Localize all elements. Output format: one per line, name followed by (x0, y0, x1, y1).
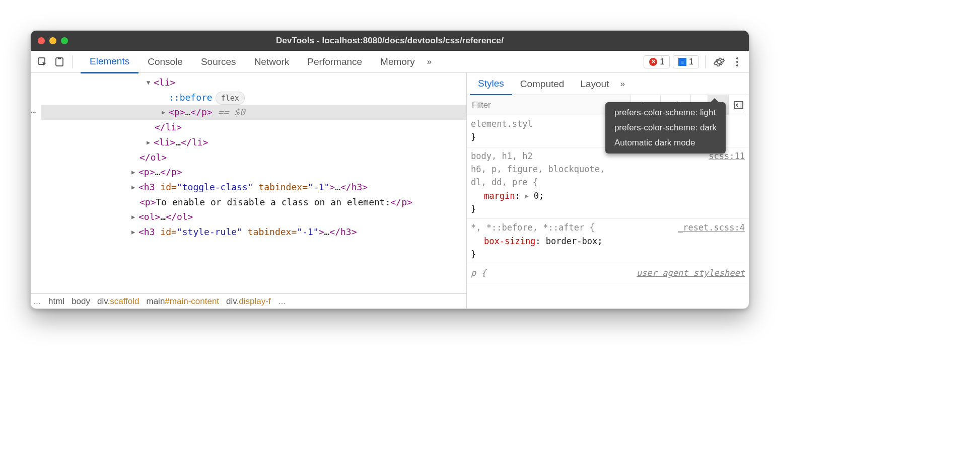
message-badge[interactable]: ≡ 1 (673, 55, 699, 68)
rule-source-link[interactable]: _reset.scss:4 (678, 221, 745, 234)
svg-rect-1 (56, 58, 63, 66)
error-icon: ✕ (649, 58, 657, 66)
error-count: 1 (660, 57, 664, 66)
devtools-window: DevTools - localhost:8080/docs/devtools/… (30, 30, 749, 309)
breadcrumb[interactable]: … html body div.scaffold main#main-conte… (31, 293, 466, 309)
kebab-menu-icon[interactable] (730, 54, 745, 69)
tab-elements[interactable]: Elements (81, 51, 138, 73)
main-toolbar: Elements Console Sources Network Perform… (31, 51, 749, 73)
breadcrumb-overflow-right[interactable]: … (278, 296, 287, 306)
dom-line[interactable]: <p>To enable or disable a class on an el… (31, 195, 466, 210)
message-count: 1 (689, 57, 693, 66)
dom-line[interactable]: </ol> (31, 150, 466, 165)
dom-line-selected[interactable]: <p>…</p> == $0 (41, 105, 466, 120)
subtab-computed[interactable]: Computed (512, 73, 573, 95)
dom-line[interactable]: </li> (31, 120, 466, 135)
rule-source-label: user agent stylesheet (637, 266, 745, 279)
subtab-layout[interactable]: Layout (572, 73, 617, 95)
flex-badge[interactable]: flex (216, 92, 245, 105)
toolbar-divider (72, 55, 73, 68)
breadcrumb-item[interactable]: div.scaffold (97, 296, 139, 306)
dom-line[interactable]: <h3 id="toggle-class" tabindex="-1">…</h… (31, 180, 466, 195)
menu-item-dark[interactable]: prefers-color-scheme: dark (605, 120, 726, 135)
more-tabs-chevron-icon[interactable]: » (427, 57, 432, 67)
breadcrumb-item[interactable]: html (48, 296, 64, 306)
content-split: <li> ::beforeflex <p>…</p> == $0 </li> <… (31, 73, 749, 309)
svg-point-3 (736, 57, 738, 59)
dom-line[interactable]: <li> (31, 75, 466, 90)
message-icon: ≡ (678, 58, 686, 66)
rule-reset-margin[interactable]: scss:11 body, h1, h2 h6, p, figure, bloc… (467, 147, 749, 219)
svg-point-4 (736, 61, 738, 63)
dom-line[interactable]: ::beforeflex (31, 90, 466, 105)
tab-network[interactable]: Network (245, 51, 299, 73)
svg-point-5 (736, 64, 738, 66)
tab-memory[interactable]: Memory (371, 51, 424, 73)
subtab-styles[interactable]: Styles (470, 73, 512, 96)
dom-line[interactable]: <li>…</li> (31, 135, 466, 150)
rule-user-agent[interactable]: user agent stylesheet p { (467, 264, 749, 283)
window-title: DevTools - localhost:8080/docs/devtools/… (31, 36, 749, 46)
device-toolbar-icon[interactable] (52, 54, 67, 69)
window-titlebar: DevTools - localhost:8080/docs/devtools/… (31, 31, 749, 51)
menu-item-light[interactable]: prefers-color-scheme: light (605, 105, 726, 120)
main-tabs: Elements Console Sources Network Perform… (81, 50, 642, 73)
breadcrumb-overflow-left[interactable]: … (33, 296, 41, 306)
tab-console[interactable]: Console (138, 51, 192, 73)
toolbar-right: ✕ 1 ≡ 1 (644, 54, 745, 69)
settings-icon[interactable] (712, 54, 727, 69)
toolbar-divider (705, 55, 706, 68)
dom-tree[interactable]: <li> ::beforeflex <p>…</p> == $0 </li> <… (31, 73, 466, 293)
svg-rect-2 (58, 58, 61, 59)
error-badge[interactable]: ✕ 1 (644, 55, 670, 68)
computed-sidebar-toggle-icon[interactable] (728, 95, 749, 115)
breadcrumb-item[interactable]: div.display-f (226, 296, 271, 306)
more-subtabs-chevron-icon[interactable]: » (620, 79, 624, 89)
tab-performance[interactable]: Performance (298, 51, 371, 73)
styles-panel: Styles Computed Layout » Filter :hov .cl… (467, 73, 749, 309)
color-scheme-menu: prefers-color-scheme: light prefers-colo… (605, 102, 726, 154)
elements-panel: <li> ::beforeflex <p>…</p> == $0 </li> <… (31, 73, 467, 309)
inspect-element-icon[interactable] (35, 54, 50, 69)
dom-line[interactable]: <p>…</p> (31, 165, 466, 180)
menu-item-auto-dark[interactable]: Automatic dark mode (605, 135, 726, 150)
breadcrumb-item[interactable]: body (72, 296, 90, 306)
subtabs: Styles Computed Layout » (467, 73, 749, 95)
rule-box-sizing[interactable]: _reset.scss:4 *, *::before, *::after { b… (467, 219, 749, 264)
breadcrumb-item[interactable]: main#main-content (147, 296, 220, 306)
tab-sources[interactable]: Sources (192, 51, 245, 73)
dom-line[interactable]: <h3 id="style-rule" tabindex="-1">…</h3> (31, 224, 466, 240)
dom-line[interactable]: <ol>…</ol> (31, 209, 466, 224)
svg-rect-8 (740, 102, 743, 109)
